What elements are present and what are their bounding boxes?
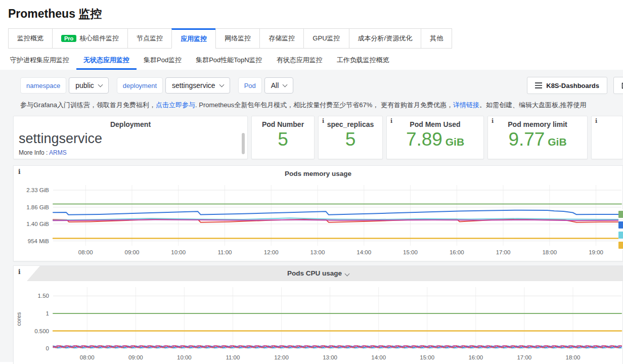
stat-card-pod-memory-limit: iPod memory limit9.77 GiB <box>487 116 588 159</box>
primary-tab-1[interactable]: Pro核心组件监控 <box>52 28 128 49</box>
info-icon[interactable]: i <box>322 118 324 124</box>
memory-usage-panel: i Pods memory usage 08:0009:0010:0011:00… <box>13 165 623 261</box>
secondary-tab-1[interactable]: 无状态应用监控 <box>76 52 137 70</box>
toolbar: K8S-Dashboards 导入 <box>527 77 623 94</box>
chevron-down-icon <box>283 82 288 87</box>
details-link[interactable]: 详情链接 <box>453 101 479 109</box>
k8s-dashboards-button[interactable]: K8S-Dashboards <box>527 77 607 94</box>
stat-value: 5 <box>252 130 314 149</box>
stat-title: Pod Mem Used <box>387 120 483 128</box>
primary-tab-6[interactable]: GPU监控 <box>303 28 349 49</box>
memory-chart-title[interactable]: Pods memory usage <box>14 166 622 181</box>
cpu-chart-title[interactable]: Pods CPU usage <box>14 266 622 281</box>
svg-text:19:00: 19:00 <box>589 249 603 255</box>
svg-text:1.86 GiB: 1.86 GiB <box>26 204 49 210</box>
deployment-select[interactable]: settingservice <box>165 77 230 94</box>
cpu-usage-chart[interactable]: 08:0009:0010:0011:0012:0013:0014:0015:00… <box>14 281 623 364</box>
primary-tab-5[interactable]: 存储监控 <box>259 28 304 49</box>
deployment-filter-group: deployment settingservice <box>117 77 230 94</box>
namespace-label: namespace <box>20 77 66 94</box>
legend-item-1[interactable] <box>618 219 623 230</box>
deployment-label: deployment <box>117 77 163 94</box>
more-info-label: More Info : <box>19 149 49 156</box>
namespace-select[interactable]: public <box>69 77 109 94</box>
tab-label: 存储监控 <box>269 34 295 43</box>
svg-text:18:00: 18:00 <box>566 354 581 360</box>
dashboard-area: namespace public deployment settingservi… <box>0 70 623 362</box>
primary-tab-4[interactable]: 网络监控 <box>215 28 260 49</box>
svg-text:10:00: 10:00 <box>171 249 186 255</box>
memory-chart-legend <box>618 209 623 250</box>
stat-value: 5 <box>319 130 382 149</box>
stat-unit: GiB <box>442 136 464 148</box>
cpu-chart-title-text: Pods CPU usage <box>287 269 342 277</box>
svg-text:12:00: 12:00 <box>274 354 289 360</box>
svg-text:cores: cores <box>16 312 22 326</box>
primary-tab-bar: 监控概览Pro核心组件监控节点监控应用监控网络监控存储监控GPU监控成本分析/资… <box>8 28 623 49</box>
info-icon[interactable]: i <box>492 118 494 124</box>
svg-text:10:00: 10:00 <box>177 354 192 360</box>
svg-text:11:00: 11:00 <box>226 354 240 360</box>
svg-text:15:00: 15:00 <box>403 249 418 255</box>
stat-card-pod-number: Pod Number5 <box>251 116 315 159</box>
svg-text:12:00: 12:00 <box>264 249 279 255</box>
legend-item-3[interactable] <box>618 240 623 250</box>
secondary-tab-2[interactable]: 集群Pod监控 <box>137 52 189 70</box>
stat-card-deployment: DeploymentsettingserviceMore Info : ARMS <box>13 116 248 159</box>
stat-title: Pod memory limit <box>488 120 587 128</box>
primary-tab-0[interactable]: 监控概览 <box>8 28 53 49</box>
scrollbar-thumb[interactable] <box>242 133 245 154</box>
pod-filter-group: Pod All <box>238 77 294 94</box>
legend-item-2[interactable] <box>618 230 623 240</box>
svg-text:0.500: 0.500 <box>34 328 49 334</box>
secondary-tab-bar: 守护进程集应用监控无状态应用监控集群Pod监控集群Pod性能TopN监控有状态应… <box>3 52 623 70</box>
info-icon[interactable]: i <box>390 118 392 124</box>
svg-text:14:00: 14:00 <box>357 249 371 255</box>
legend-series-dash <box>618 242 623 249</box>
join-now-link[interactable]: 点击立即参与 <box>156 101 195 109</box>
memory-usage-chart[interactable]: 08:0009:0010:0011:0012:0013:0014:0015:00… <box>14 181 623 261</box>
tab-label: 核心组件监控 <box>79 34 119 43</box>
tab-label: 节点监控 <box>137 34 163 43</box>
secondary-tab-0[interactable]: 守护进程集应用监控 <box>3 52 76 70</box>
legend-item-0[interactable] <box>618 209 623 219</box>
info-icon[interactable]: i <box>18 268 21 276</box>
svg-text:15:00: 15:00 <box>420 354 434 360</box>
svg-text:1.50: 1.50 <box>38 293 49 299</box>
svg-text:1: 1 <box>46 310 49 316</box>
primary-tab-3[interactable]: 应用监控 <box>171 28 216 49</box>
svg-text:1.40 GiB: 1.40 GiB <box>26 221 49 227</box>
promo-notice: 参与Grafana入门训练营，领取首月免费福利，点击立即参与. Promethe… <box>20 101 623 110</box>
svg-text:08:00: 08:00 <box>80 354 95 360</box>
svg-text:14:00: 14:00 <box>371 354 386 360</box>
svg-text:0: 0 <box>46 345 49 351</box>
chevron-down-icon <box>345 271 350 277</box>
secondary-tab-3[interactable]: 集群Pod性能TopN监控 <box>189 52 269 70</box>
primary-tab-2[interactable]: 节点监控 <box>127 28 172 49</box>
primary-tab-8[interactable]: 其他 <box>421 28 452 49</box>
svg-text:09:00: 09:00 <box>128 354 143 360</box>
svg-text:11:00: 11:00 <box>218 249 232 255</box>
stat-card-partial: i <box>591 116 623 159</box>
arms-link[interactable]: ARMS <box>49 149 67 156</box>
more-info: More Info : ARMS <box>19 149 247 156</box>
pro-badge: Pro <box>61 35 76 42</box>
info-icon[interactable]: i <box>595 118 597 124</box>
secondary-tab-4[interactable]: 有状态应用监控 <box>270 52 330 70</box>
chevron-down-icon <box>98 82 103 87</box>
import-button[interactable]: 导入 <box>613 77 623 94</box>
stat-unit: GiB <box>545 136 566 148</box>
stat-card-pod-mem-used: iPod Mem Used7.89 GiB <box>386 116 484 159</box>
pod-select[interactable]: All <box>264 77 294 94</box>
stats-row: DeploymentsettingserviceMore Info : ARMS… <box>13 116 623 159</box>
stat-value: 7.89 GiB <box>387 130 483 149</box>
tab-label: 网络监控 <box>225 34 251 43</box>
info-icon[interactable]: i <box>18 168 21 175</box>
svg-text:08:00: 08:00 <box>78 249 93 255</box>
svg-text:2.33 GiB: 2.33 GiB <box>26 187 49 193</box>
primary-tab-7[interactable]: 成本分析/资源优化 <box>349 28 422 49</box>
svg-text:13:00: 13:00 <box>310 249 325 255</box>
cpu-usage-panel: i Pods CPU usage 08:0009:0010:0011:0012:… <box>13 265 623 364</box>
stat-card-spec-replicas: ispec_replicas5 <box>318 116 383 159</box>
secondary-tab-5[interactable]: 工作负载监控概览 <box>330 52 396 70</box>
